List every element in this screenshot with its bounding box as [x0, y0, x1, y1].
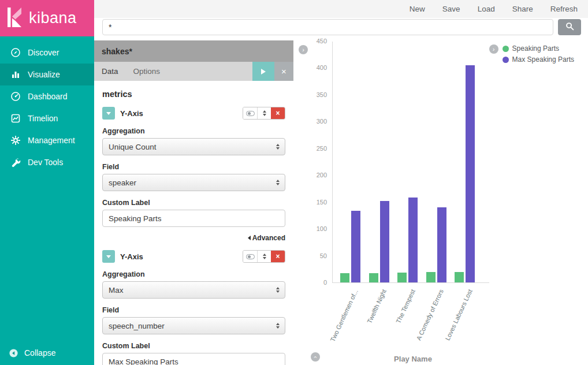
x-axis-category-label: A Comedy of Errors — [415, 288, 444, 341]
aggregation-select[interactable]: Unique Count — [102, 138, 285, 155]
discard-changes-button[interactable]: × — [274, 62, 293, 81]
select-arrows-icon — [276, 180, 280, 185]
custom-label-input[interactable] — [102, 210, 285, 227]
x-axis-category-label: Loves Labours Lost — [444, 288, 473, 341]
reorder-agg-handle[interactable] — [257, 107, 271, 119]
field-select[interactable]: speech_number — [102, 317, 285, 334]
delete-agg-button[interactable]: × — [271, 107, 285, 119]
legend-color-dot — [503, 46, 509, 52]
bar-speaking-parts[interactable] — [397, 273, 407, 282]
aggregation-select[interactable]: Max — [102, 281, 285, 299]
kibana-app: kibana New Save Load Share Refresh — [0, 0, 588, 365]
agg-title: Y-Axis — [120, 109, 243, 118]
advanced-toggle[interactable]: Advanced — [252, 234, 285, 242]
y-axis-tick-label: 0 — [304, 279, 327, 286]
y-axis-tick-label: 400 — [304, 64, 327, 71]
close-icon: × — [276, 252, 280, 260]
y-axis-tick-label: 200 — [304, 172, 327, 178]
collapse-bottom-chevron-icon[interactable]: › — [311, 352, 320, 362]
metric-agg-section: Y-Axis × — [102, 107, 285, 242]
nav-share[interactable]: Share — [512, 5, 533, 13]
aggregation-label: Aggregation — [102, 127, 285, 135]
y-axis-tick-label: 350 — [304, 91, 327, 98]
sidebar-item-dashboard[interactable]: Dashboard — [0, 85, 94, 107]
bar-speaking-parts[interactable] — [369, 273, 378, 282]
field-select[interactable]: speaker — [102, 174, 285, 191]
up-down-arrows-icon — [263, 254, 266, 259]
bar-speaking-parts[interactable] — [340, 273, 349, 282]
x-axis-title: Play Name — [332, 355, 494, 363]
search-button[interactable] — [558, 19, 581, 35]
y-axis-tick-label: 150 — [304, 199, 327, 206]
bar-speaking-parts[interactable] — [455, 272, 464, 282]
select-arrows-icon — [276, 287, 280, 293]
agg-title: Y-Axis — [120, 252, 243, 261]
nav-refresh[interactable]: Refresh — [550, 5, 578, 13]
sidebar-item-discover[interactable]: Discover — [0, 42, 94, 64]
nav-save[interactable]: Save — [442, 5, 460, 13]
kibana-logo[interactable]: kibana — [0, 0, 94, 36]
legend-toggle-chevron-icon[interactable]: › — [489, 44, 498, 54]
sidebar-item-label: Visualize — [28, 70, 60, 79]
disable-agg-toggle[interactable] — [243, 251, 257, 262]
apply-changes-button[interactable] — [252, 62, 274, 81]
sidebar-item-timelion[interactable]: Timelion — [0, 107, 94, 129]
tab-options[interactable]: Options — [126, 62, 168, 81]
x-axis-category-label: Twelfth Night — [366, 288, 388, 325]
triangle-left-icon — [248, 236, 251, 240]
y-axis-tick-label: 100 — [304, 225, 327, 232]
chevron-down-icon — [106, 112, 111, 115]
tab-data[interactable]: Data — [94, 62, 126, 81]
custom-label-input[interactable] — [102, 353, 285, 365]
custom-label-label: Custom Label — [102, 199, 285, 207]
legend-color-dot — [503, 57, 509, 63]
agg-controls: × — [243, 250, 285, 263]
gear-icon — [10, 135, 21, 146]
time-series-icon — [10, 113, 21, 124]
search-bar — [94, 18, 588, 36]
legend-item[interactable]: Speaking Parts — [503, 44, 574, 53]
select-arrows-icon — [276, 144, 280, 150]
kibana-logo-icon — [8, 8, 24, 29]
collapse-agg-button[interactable] — [102, 107, 115, 120]
disable-agg-toggle[interactable] — [243, 107, 257, 119]
bar-max-speaking-parts[interactable] — [351, 211, 360, 282]
metrics-heading: metrics — [102, 90, 285, 99]
chevron-up-icon: › — [312, 356, 318, 358]
legend: › Speaking Parts Max Speaking Parts — [489, 44, 574, 64]
sidebar-item-management[interactable]: Management — [0, 129, 94, 151]
nav-load[interactable]: Load — [478, 5, 495, 13]
sidebar-item-visualize[interactable]: Visualize — [0, 64, 94, 85]
aggregation-value: Unique Count — [109, 143, 157, 151]
bar-max-speaking-parts[interactable] — [380, 201, 389, 282]
select-arrows-icon — [276, 323, 280, 329]
field-label: Field — [102, 306, 285, 314]
bar-speaking-parts[interactable] — [426, 272, 436, 282]
bar-max-speaking-parts[interactable] — [466, 65, 475, 282]
bar-max-speaking-parts[interactable] — [408, 198, 418, 282]
editor-tab-bar: Data Options × — [94, 62, 293, 81]
sidebar-item-dev-tools[interactable]: Dev Tools — [0, 151, 94, 173]
toggle-icon — [246, 111, 255, 116]
visualization-panel: › › Speaking Parts Max Speaking Parts Tw… — [293, 36, 588, 365]
toggle-icon — [246, 254, 255, 259]
query-input[interactable] — [102, 19, 553, 35]
delete-agg-button[interactable]: × — [271, 251, 285, 262]
top-bar: New Save Load Share Refresh — [94, 0, 588, 36]
sidebar: Discover Visualize — [0, 36, 94, 365]
metric-agg-section: Y-Axis × — [102, 250, 285, 365]
x-axis-category-label: The Tempest — [395, 288, 416, 325]
nav-new[interactable]: New — [410, 5, 425, 13]
chart-plot-area: Two Gentlemen of...Twelfth NightThe Temp… — [332, 42, 489, 283]
chevron-down-icon — [106, 255, 111, 258]
sidebar-item-label: Dashboard — [28, 92, 68, 101]
custom-label-label: Custom Label — [102, 342, 285, 350]
play-icon — [261, 69, 266, 75]
legend-item[interactable]: Max Speaking Parts — [503, 55, 574, 64]
reorder-agg-handle[interactable] — [257, 251, 271, 262]
collapse-agg-button[interactable] — [102, 250, 115, 263]
aggregation-label: Aggregation — [102, 270, 285, 278]
sidebar-collapse-button[interactable]: Collapse — [0, 341, 94, 365]
collapse-editor-chevron-icon[interactable]: › — [299, 45, 308, 54]
bar-max-speaking-parts[interactable] — [437, 207, 446, 282]
